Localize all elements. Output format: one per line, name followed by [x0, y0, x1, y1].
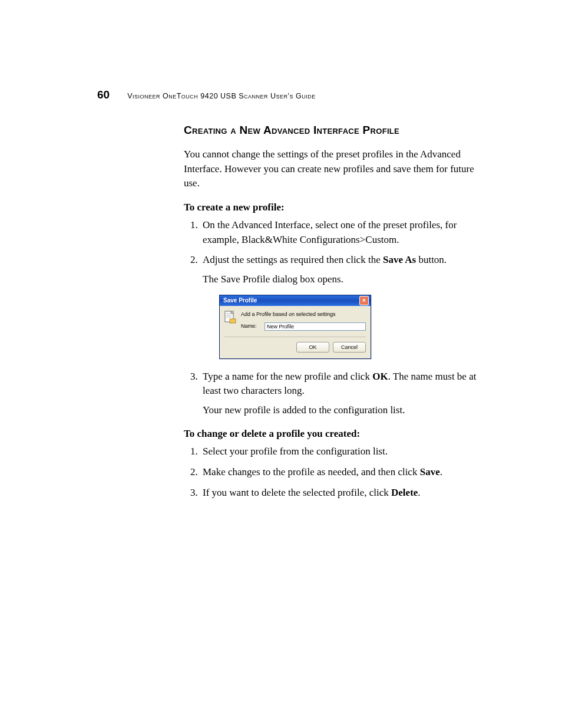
change-step-3: If you want to delete the selected profi…: [200, 486, 490, 500]
section-heading: Creating a New Advanced Interface Profil…: [184, 124, 490, 137]
page-number: 60: [97, 88, 110, 101]
name-field-row: Name:: [241, 322, 366, 331]
create-step-3: Type a name for the new profile and clic…: [200, 370, 490, 418]
step-text-post: button.: [416, 254, 447, 265]
step-text-post: .: [440, 466, 442, 477]
dialog-description: Add a Profile based on selected settings: [241, 311, 366, 318]
name-input[interactable]: [265, 322, 366, 331]
step-text-pre: Type a name for the new profile and clic…: [203, 371, 372, 382]
dialog-body: Add a Profile based on selected settings…: [220, 306, 371, 358]
step-text-pre: If you want to delete the selected profi…: [203, 487, 391, 498]
create-step-1: On the Advanced Interface, select one of…: [200, 218, 490, 247]
dialog-button-row: OK Cancel: [224, 342, 366, 353]
delete-label: Delete: [391, 487, 418, 498]
dialog-top-row: Add a Profile based on selected settings…: [224, 311, 366, 330]
page-content: Creating a New Advanced Interface Profil…: [184, 124, 490, 506]
close-button[interactable]: ×: [359, 296, 369, 305]
intro-paragraph: You cannot change the settings of the pr…: [184, 147, 490, 191]
step-text-pre: Make changes to the profile as needed, a…: [203, 466, 420, 477]
name-label: Name:: [241, 322, 265, 330]
change-step-1: Select your profile from the configurati…: [200, 444, 490, 459]
svg-rect-5: [230, 319, 236, 323]
dialog-separator: [224, 337, 366, 337]
ok-label: OK: [372, 371, 388, 382]
create-steps-list: On the Advanced Interface, select one of…: [184, 218, 490, 418]
document-page: 60 Visioneer OneTouch 9420 USB Scanner U…: [0, 0, 562, 728]
save-label: Save: [420, 466, 440, 477]
change-profile-heading: To change or delete a profile you create…: [184, 428, 490, 440]
step-text-post: .: [418, 487, 420, 498]
ok-button[interactable]: OK: [296, 342, 329, 353]
change-steps-list: Select your profile from the configurati…: [184, 444, 490, 500]
dialog-titlebar: Save Profile ×: [220, 295, 371, 306]
step-text: On the Advanced Interface, select one of…: [203, 219, 457, 245]
cancel-button[interactable]: Cancel: [333, 342, 366, 353]
dialog-fields: Add a Profile based on selected settings…: [241, 311, 366, 330]
change-step-2: Make changes to the profile as needed, a…: [200, 465, 490, 480]
close-icon: ×: [362, 298, 366, 304]
create-step-2: Adjust the settings as required then cli…: [200, 253, 490, 358]
save-profile-dialog: Save Profile ×: [219, 295, 371, 358]
step-detail: The Save Profile dialog box opens.: [203, 272, 490, 287]
create-profile-heading: To create a new profile:: [184, 202, 490, 213]
step-detail: Your new profile is added to the configu…: [203, 403, 490, 418]
running-header: 60 Visioneer OneTouch 9420 USB Scanner U…: [97, 88, 491, 101]
dialog-title: Save Profile: [223, 297, 257, 305]
step-text: Select your profile from the configurati…: [203, 446, 388, 457]
document-icon: [224, 311, 236, 324]
guide-title: Visioneer OneTouch 9420 USB Scanner User…: [127, 92, 316, 100]
step-text-pre: Adjust the settings as required then cli…: [203, 254, 383, 265]
save-as-label: Save As: [383, 254, 416, 265]
